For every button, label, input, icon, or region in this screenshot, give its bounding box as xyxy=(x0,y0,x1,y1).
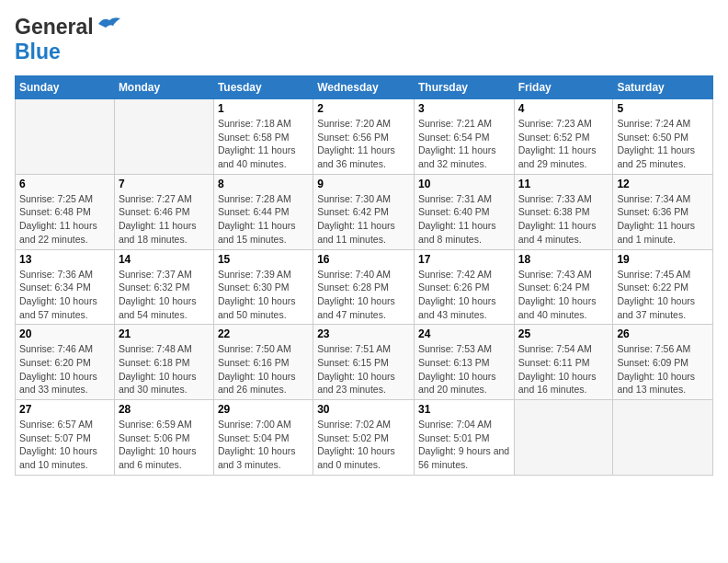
day-info: Sunrise: 7:21 AM Sunset: 6:54 PM Dayligh… xyxy=(418,117,510,171)
day-info: Sunrise: 7:53 AM Sunset: 6:13 PM Dayligh… xyxy=(418,342,510,396)
calendar-cell: 13Sunrise: 7:36 AM Sunset: 6:34 PM Dayli… xyxy=(16,249,115,325)
day-number: 13 xyxy=(19,253,110,266)
calendar-cell: 5Sunrise: 7:24 AM Sunset: 6:50 PM Daylig… xyxy=(613,99,713,175)
calendar-week-row: 1Sunrise: 7:18 AM Sunset: 6:58 PM Daylig… xyxy=(16,99,713,175)
day-info: Sunrise: 7:28 AM Sunset: 6:44 PM Dayligh… xyxy=(218,192,309,247)
weekday-header: Tuesday xyxy=(213,76,313,99)
calendar-cell: 14Sunrise: 7:37 AM Sunset: 6:32 PM Dayli… xyxy=(114,249,213,325)
calendar-cell: 18Sunrise: 7:43 AM Sunset: 6:24 PM Dayli… xyxy=(514,249,613,325)
day-number: 24 xyxy=(418,327,510,340)
calendar-cell: 9Sunrise: 7:30 AM Sunset: 6:42 PM Daylig… xyxy=(313,174,415,249)
day-info: Sunrise: 7:33 AM Sunset: 6:38 PM Dayligh… xyxy=(518,192,609,247)
day-number: 16 xyxy=(317,253,410,266)
day-number: 20 xyxy=(19,327,110,340)
day-info: Sunrise: 7:50 AM Sunset: 6:16 PM Dayligh… xyxy=(218,342,309,396)
day-number: 12 xyxy=(617,178,709,190)
calendar-cell: 12Sunrise: 7:34 AM Sunset: 6:36 PM Dayli… xyxy=(613,174,713,249)
calendar-week-row: 6Sunrise: 7:25 AM Sunset: 6:48 PM Daylig… xyxy=(16,174,713,249)
day-info: Sunrise: 7:31 AM Sunset: 6:40 PM Dayligh… xyxy=(418,192,510,247)
day-info: Sunrise: 7:24 AM Sunset: 6:50 PM Dayligh… xyxy=(617,117,709,171)
day-number: 31 xyxy=(418,403,510,416)
calendar-cell: 28Sunrise: 6:59 AM Sunset: 5:06 PM Dayli… xyxy=(114,400,213,476)
logo: General Blue xyxy=(15,15,122,64)
logo-blue: Blue xyxy=(15,40,61,64)
day-info: Sunrise: 7:39 AM Sunset: 6:30 PM Dayligh… xyxy=(218,268,309,322)
calendar-week-row: 20Sunrise: 7:46 AM Sunset: 6:20 PM Dayli… xyxy=(16,325,713,400)
day-number: 15 xyxy=(218,253,309,266)
day-info: Sunrise: 7:42 AM Sunset: 6:26 PM Dayligh… xyxy=(418,268,510,322)
day-info: Sunrise: 7:20 AM Sunset: 6:56 PM Dayligh… xyxy=(317,117,410,171)
day-number: 6 xyxy=(19,178,110,190)
weekday-header: Thursday xyxy=(414,76,514,99)
day-info: Sunrise: 7:45 AM Sunset: 6:22 PM Dayligh… xyxy=(617,268,709,322)
weekday-header: Friday xyxy=(514,76,613,99)
day-number: 1 xyxy=(218,102,309,115)
calendar-cell: 27Sunrise: 6:57 AM Sunset: 5:07 PM Dayli… xyxy=(16,400,115,476)
weekday-header: Sunday xyxy=(16,76,115,99)
weekday-header: Wednesday xyxy=(313,76,415,99)
calendar-cell: 29Sunrise: 7:00 AM Sunset: 5:04 PM Dayli… xyxy=(213,400,313,476)
weekday-header: Saturday xyxy=(613,76,713,99)
calendar-cell xyxy=(114,99,213,175)
day-number: 5 xyxy=(617,102,709,115)
day-info: Sunrise: 6:59 AM Sunset: 5:06 PM Dayligh… xyxy=(119,418,210,472)
day-info: Sunrise: 6:57 AM Sunset: 5:07 PM Dayligh… xyxy=(19,418,110,472)
day-number: 22 xyxy=(218,327,309,340)
day-info: Sunrise: 7:36 AM Sunset: 6:34 PM Dayligh… xyxy=(19,268,110,322)
day-number: 8 xyxy=(218,178,309,190)
page-header: General Blue xyxy=(15,15,713,64)
calendar-cell: 30Sunrise: 7:02 AM Sunset: 5:02 PM Dayli… xyxy=(313,400,415,476)
day-info: Sunrise: 7:40 AM Sunset: 6:28 PM Dayligh… xyxy=(317,268,410,322)
day-info: Sunrise: 7:02 AM Sunset: 5:02 PM Dayligh… xyxy=(317,418,410,472)
day-number: 30 xyxy=(317,403,410,416)
day-info: Sunrise: 7:43 AM Sunset: 6:24 PM Dayligh… xyxy=(518,268,609,322)
day-number: 7 xyxy=(119,178,210,190)
day-number: 4 xyxy=(518,102,609,115)
day-info: Sunrise: 7:34 AM Sunset: 6:36 PM Dayligh… xyxy=(617,192,709,247)
day-number: 3 xyxy=(418,102,510,115)
day-info: Sunrise: 7:25 AM Sunset: 6:48 PM Dayligh… xyxy=(19,192,110,247)
day-number: 23 xyxy=(317,327,410,340)
logo-general: General xyxy=(15,15,94,40)
calendar-cell: 16Sunrise: 7:40 AM Sunset: 6:28 PM Dayli… xyxy=(313,249,415,325)
day-number: 10 xyxy=(418,178,510,190)
day-info: Sunrise: 7:04 AM Sunset: 5:01 PM Dayligh… xyxy=(418,418,510,472)
calendar-cell xyxy=(613,400,713,476)
calendar-cell: 4Sunrise: 7:23 AM Sunset: 6:52 PM Daylig… xyxy=(514,99,613,175)
day-info: Sunrise: 7:51 AM Sunset: 6:15 PM Dayligh… xyxy=(317,342,410,396)
day-number: 2 xyxy=(317,102,410,115)
day-number: 27 xyxy=(19,403,110,416)
calendar-cell: 22Sunrise: 7:50 AM Sunset: 6:16 PM Dayli… xyxy=(213,325,313,400)
calendar-cell: 31Sunrise: 7:04 AM Sunset: 5:01 PM Dayli… xyxy=(414,400,514,476)
day-info: Sunrise: 7:27 AM Sunset: 6:46 PM Dayligh… xyxy=(119,192,210,247)
calendar-cell: 7Sunrise: 7:27 AM Sunset: 6:46 PM Daylig… xyxy=(114,174,213,249)
day-number: 14 xyxy=(119,253,210,266)
day-number: 18 xyxy=(518,253,609,266)
calendar-cell: 25Sunrise: 7:54 AM Sunset: 6:11 PM Dayli… xyxy=(514,325,613,400)
calendar-cell: 10Sunrise: 7:31 AM Sunset: 6:40 PM Dayli… xyxy=(414,174,514,249)
day-number: 28 xyxy=(119,403,210,416)
calendar-table: SundayMondayTuesdayWednesdayThursdayFrid… xyxy=(15,75,713,476)
day-info: Sunrise: 7:37 AM Sunset: 6:32 PM Dayligh… xyxy=(119,268,210,322)
day-info: Sunrise: 7:48 AM Sunset: 6:18 PM Dayligh… xyxy=(119,342,210,396)
day-number: 9 xyxy=(317,178,410,190)
calendar-body: 1Sunrise: 7:18 AM Sunset: 6:58 PM Daylig… xyxy=(16,99,713,476)
logo-bird-icon xyxy=(97,15,122,33)
calendar-cell: 20Sunrise: 7:46 AM Sunset: 6:20 PM Dayli… xyxy=(16,325,115,400)
day-number: 17 xyxy=(418,253,510,266)
calendar-cell: 19Sunrise: 7:45 AM Sunset: 6:22 PM Dayli… xyxy=(613,249,713,325)
calendar-week-row: 13Sunrise: 7:36 AM Sunset: 6:34 PM Dayli… xyxy=(16,249,713,325)
calendar-week-row: 27Sunrise: 6:57 AM Sunset: 5:07 PM Dayli… xyxy=(16,400,713,476)
day-info: Sunrise: 7:46 AM Sunset: 6:20 PM Dayligh… xyxy=(19,342,110,396)
calendar-cell: 11Sunrise: 7:33 AM Sunset: 6:38 PM Dayli… xyxy=(514,174,613,249)
day-number: 25 xyxy=(518,327,609,340)
calendar-cell: 26Sunrise: 7:56 AM Sunset: 6:09 PM Dayli… xyxy=(613,325,713,400)
calendar-header-row: SundayMondayTuesdayWednesdayThursdayFrid… xyxy=(16,76,713,99)
calendar-cell: 17Sunrise: 7:42 AM Sunset: 6:26 PM Dayli… xyxy=(414,249,514,325)
calendar-cell: 2Sunrise: 7:20 AM Sunset: 6:56 PM Daylig… xyxy=(313,99,415,175)
day-number: 26 xyxy=(617,327,709,340)
day-info: Sunrise: 7:18 AM Sunset: 6:58 PM Dayligh… xyxy=(218,117,309,171)
day-number: 29 xyxy=(218,403,309,416)
day-info: Sunrise: 7:30 AM Sunset: 6:42 PM Dayligh… xyxy=(317,192,410,247)
calendar-cell: 21Sunrise: 7:48 AM Sunset: 6:18 PM Dayli… xyxy=(114,325,213,400)
